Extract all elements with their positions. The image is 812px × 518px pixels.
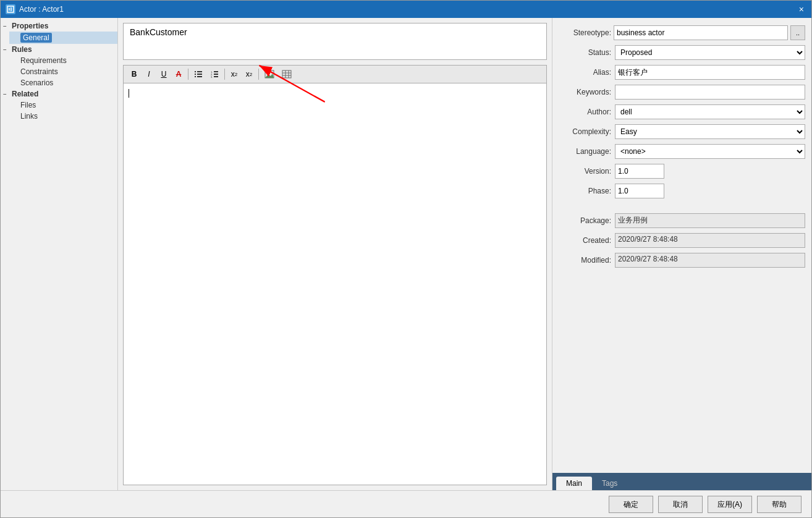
package-row: Package: 业务用例 [559, 213, 805, 228]
sidebar-label-related: Related [12, 90, 38, 98]
svg-text:3.: 3. [211, 75, 213, 79]
sidebar-label-constraints: Constraints [20, 67, 58, 76]
stereotype-input[interactable] [614, 25, 788, 40]
svg-rect-12 [214, 74, 218, 75]
stereotype-browse-button[interactable]: .. [790, 25, 805, 40]
sidebar-item-constraints[interactable]: Constraints [9, 66, 117, 77]
version-input[interactable] [615, 164, 664, 179]
author-label: Author: [559, 108, 611, 116]
svg-rect-10 [214, 71, 218, 72]
package-value: 业务用例 [615, 213, 805, 228]
author-select[interactable]: dell admin user [615, 104, 805, 119]
sidebar-item-rules[interactable]: − Rules [1, 44, 117, 55]
sidebar-item-related[interactable]: − Related [1, 88, 117, 100]
name-input-box[interactable]: BankCustomer [123, 23, 547, 60]
window-icon [6, 4, 15, 14]
alias-row: Alias: [559, 65, 805, 80]
stereotype-row: Stereotype: .. [559, 25, 805, 40]
author-select-wrapper: dell admin user [615, 104, 805, 119]
created-value: 2020/9/27 8:48:48 [615, 233, 805, 248]
sidebar-label-links: Links [20, 112, 38, 121]
sidebar-label-rules: Rules [12, 45, 32, 54]
status-row: Status: Proposed Approved Mandatory Vali… [559, 45, 805, 60]
close-button[interactable]: × [797, 4, 806, 14]
tab-main[interactable]: Main [556, 477, 592, 490]
apply-button[interactable]: 应用(A) [708, 496, 752, 513]
sidebar-item-scenarios[interactable]: Scenarios [9, 77, 117, 88]
keywords-row: Keywords: [559, 85, 805, 100]
language-row: Language: <none> English Chinese [559, 144, 805, 159]
properties-area: Stereotype: .. Status: Proposed Approved… [552, 18, 811, 473]
tab-tags[interactable]: Tags [592, 477, 627, 490]
help-button[interactable]: 帮助 [757, 496, 801, 513]
main-window: Actor : Actor1 × − Properties General − … [0, 0, 812, 518]
svg-point-16 [266, 72, 269, 74]
complexity-select[interactable]: Easy Medium Hard [615, 124, 805, 139]
svg-rect-18 [282, 70, 291, 78]
sidebar-item-properties[interactable]: − Properties [1, 20, 117, 32]
svg-rect-5 [195, 74, 196, 75]
complexity-row: Complexity: Easy Medium Hard [559, 124, 805, 139]
sidebar-label-files: Files [20, 101, 36, 109]
spacer-1 [559, 203, 805, 213]
properties-children: General [1, 32, 117, 44]
superscript-button[interactable]: x2 [227, 67, 241, 81]
svg-rect-8 [197, 76, 202, 77]
sidebar-label-scenarios: Scenarios [20, 79, 53, 87]
complexity-label: Complexity: [559, 127, 611, 136]
subscript-button[interactable]: x2 [242, 67, 256, 81]
table-button[interactable] [279, 67, 295, 81]
unordered-list-button[interactable] [191, 67, 206, 81]
center-relative: BankCustomer B I U A [123, 23, 547, 485]
right-panel: Stereotype: .. Status: Proposed Approved… [552, 18, 811, 490]
status-label: Status: [559, 48, 611, 57]
modified-label: Modified: [559, 256, 611, 265]
sidebar-item-files[interactable]: Files [9, 100, 117, 111]
name-value: BankCustomer [130, 27, 187, 37]
sidebar-item-requirements[interactable]: Requirements [9, 55, 117, 66]
phase-row: Phase: [559, 184, 805, 198]
toggle-properties: − [3, 23, 12, 30]
language-select[interactable]: <none> English Chinese [615, 144, 805, 159]
keywords-label: Keywords: [559, 88, 611, 96]
svg-marker-17 [265, 74, 274, 78]
editor-section: B I U A [123, 65, 547, 485]
related-children: Files Links [1, 100, 117, 122]
sidebar-label-properties: Properties [12, 22, 48, 30]
alias-label: Alias: [559, 68, 611, 77]
main-content: − Properties General − Rules Requirement… [1, 18, 811, 490]
sidebar-item-general[interactable]: General [9, 32, 117, 44]
created-label: Created: [559, 236, 611, 245]
sidebar-label-requirements: Requirements [20, 56, 67, 65]
language-select-wrapper: <none> English Chinese [615, 144, 805, 159]
modified-row: Modified: 2020/9/27 8:48:48 [559, 253, 805, 268]
ordered-list-button[interactable]: 1. 2. 3. [207, 67, 222, 81]
phase-input[interactable] [615, 184, 664, 198]
separator-2 [224, 69, 225, 80]
package-label: Package: [559, 216, 611, 225]
text-editor[interactable] [123, 83, 547, 485]
status-select[interactable]: Proposed Approved Mandatory Validated Im… [615, 45, 805, 60]
phase-label: Phase: [559, 187, 611, 195]
tabs-bar: Main Tags [552, 473, 811, 490]
title-bar: Actor : Actor1 × [1, 1, 811, 18]
strikethrough-button[interactable]: A [172, 67, 185, 81]
sidebar-item-links[interactable]: Links [9, 111, 117, 122]
window-title: Actor : Actor1 [19, 5, 64, 14]
complexity-select-wrapper: Easy Medium Hard [615, 124, 805, 139]
underline-button[interactable]: U [157, 67, 171, 81]
svg-rect-6 [197, 74, 202, 75]
keywords-input[interactable] [615, 85, 805, 100]
created-row: Created: 2020/9/27 8:48:48 [559, 233, 805, 248]
italic-button[interactable]: I [142, 67, 156, 81]
bottom-bar: 确定 取消 应用(A) 帮助 [1, 490, 811, 517]
toggle-related: − [3, 91, 12, 98]
title-bar-left: Actor : Actor1 [6, 4, 64, 14]
alias-input[interactable] [615, 65, 805, 80]
author-row: Author: dell admin user [559, 104, 805, 119]
confirm-button[interactable]: 确定 [609, 496, 653, 513]
cancel-button[interactable]: 取消 [658, 496, 703, 513]
version-label: Version: [559, 167, 611, 176]
image-button[interactable] [261, 67, 277, 81]
bold-button[interactable]: B [127, 67, 141, 81]
